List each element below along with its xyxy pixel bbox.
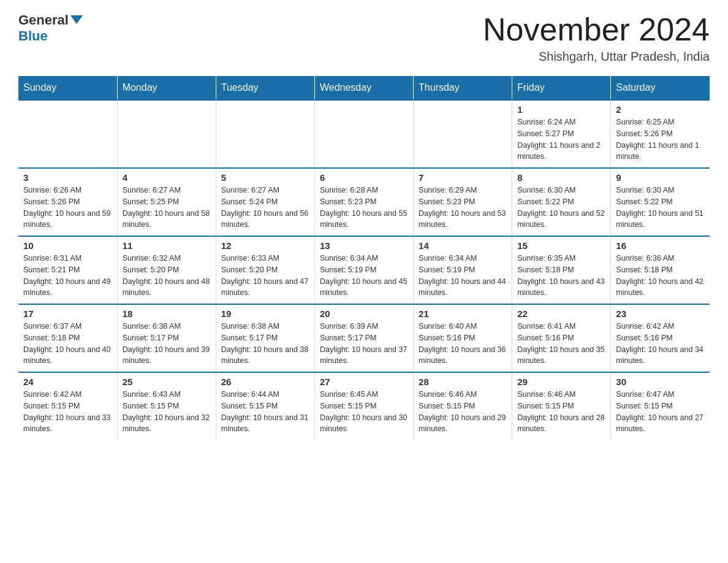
calendar-cell: 15Sunrise: 6:35 AM Sunset: 5:18 PM Dayli…	[512, 236, 611, 304]
calendar-cell: 17Sunrise: 6:37 AM Sunset: 5:18 PM Dayli…	[18, 304, 117, 372]
day-number: 21	[419, 308, 507, 319]
calendar-cell: 29Sunrise: 6:46 AM Sunset: 5:15 PM Dayli…	[512, 372, 611, 440]
calendar-cell: 2Sunrise: 6:25 AM Sunset: 5:26 PM Daylig…	[611, 100, 710, 168]
day-number: 17	[23, 308, 112, 319]
day-info: Sunrise: 6:32 AM Sunset: 5:20 PM Dayligh…	[123, 253, 211, 299]
day-number: 25	[123, 377, 211, 387]
day-number: 28	[419, 377, 507, 387]
day-number: 11	[123, 240, 211, 251]
day-info: Sunrise: 6:34 AM Sunset: 5:19 PM Dayligh…	[419, 253, 507, 299]
day-number: 10	[23, 240, 112, 251]
calendar-cell: 4Sunrise: 6:27 AM Sunset: 5:25 PM Daylig…	[117, 168, 216, 236]
calendar-cell	[117, 100, 216, 168]
day-number: 30	[616, 377, 705, 387]
day-number: 18	[123, 308, 211, 319]
calendar-cell: 10Sunrise: 6:31 AM Sunset: 5:21 PM Dayli…	[18, 236, 117, 304]
calendar-cell: 19Sunrise: 6:38 AM Sunset: 5:17 PM Dayli…	[216, 304, 314, 372]
day-number: 26	[221, 377, 309, 387]
day-header-monday: Monday	[117, 76, 216, 100]
day-info: Sunrise: 6:40 AM Sunset: 5:16 PM Dayligh…	[419, 321, 507, 367]
day-number: 8	[517, 172, 605, 183]
calendar-cell: 16Sunrise: 6:36 AM Sunset: 5:18 PM Dayli…	[611, 236, 710, 304]
day-info: Sunrise: 6:38 AM Sunset: 5:17 PM Dayligh…	[123, 321, 211, 367]
day-number: 24	[23, 377, 112, 387]
logo: General Blue	[18, 12, 83, 44]
day-number: 27	[320, 377, 408, 387]
calendar-cell: 24Sunrise: 6:42 AM Sunset: 5:15 PM Dayli…	[18, 372, 117, 440]
day-number: 29	[517, 377, 605, 387]
day-number: 9	[616, 172, 705, 183]
calendar-cell: 1Sunrise: 6:24 AM Sunset: 5:27 PM Daylig…	[512, 100, 611, 168]
day-info: Sunrise: 6:42 AM Sunset: 5:15 PM Dayligh…	[23, 389, 112, 435]
calendar-table: SundayMondayTuesdayWednesdayThursdayFrid…	[18, 76, 710, 440]
calendar-week-row: 24Sunrise: 6:42 AM Sunset: 5:15 PM Dayli…	[18, 372, 710, 440]
day-info: Sunrise: 6:30 AM Sunset: 5:22 PM Dayligh…	[517, 185, 605, 231]
month-title: November 2024	[483, 12, 710, 47]
day-number: 6	[320, 172, 408, 183]
day-info: Sunrise: 6:47 AM Sunset: 5:15 PM Dayligh…	[616, 389, 705, 435]
day-info: Sunrise: 6:34 AM Sunset: 5:19 PM Dayligh…	[320, 253, 408, 299]
day-info: Sunrise: 6:29 AM Sunset: 5:23 PM Dayligh…	[419, 185, 507, 231]
day-number: 12	[221, 240, 309, 251]
day-header-sunday: Sunday	[18, 76, 117, 100]
day-info: Sunrise: 6:46 AM Sunset: 5:15 PM Dayligh…	[419, 389, 507, 435]
day-info: Sunrise: 6:30 AM Sunset: 5:22 PM Dayligh…	[616, 185, 705, 231]
day-info: Sunrise: 6:43 AM Sunset: 5:15 PM Dayligh…	[123, 389, 211, 435]
calendar-cell: 22Sunrise: 6:41 AM Sunset: 5:16 PM Dayli…	[512, 304, 611, 372]
calendar-cell	[414, 100, 512, 168]
day-info: Sunrise: 6:35 AM Sunset: 5:18 PM Dayligh…	[517, 253, 605, 299]
calendar-cell: 26Sunrise: 6:44 AM Sunset: 5:15 PM Dayli…	[216, 372, 314, 440]
day-info: Sunrise: 6:26 AM Sunset: 5:26 PM Dayligh…	[23, 185, 112, 231]
title-section: November 2024 Shishgarh, Uttar Pradesh, …	[483, 12, 710, 64]
day-number: 22	[517, 308, 605, 319]
calendar-cell: 14Sunrise: 6:34 AM Sunset: 5:19 PM Dayli…	[414, 236, 512, 304]
page-header: General Blue November 2024 Shishgarh, Ut…	[18, 12, 710, 64]
calendar-cell: 28Sunrise: 6:46 AM Sunset: 5:15 PM Dayli…	[414, 372, 512, 440]
calendar-cell: 6Sunrise: 6:28 AM Sunset: 5:23 PM Daylig…	[314, 168, 413, 236]
calendar-cell: 13Sunrise: 6:34 AM Sunset: 5:19 PM Dayli…	[314, 236, 413, 304]
calendar-header-row: SundayMondayTuesdayWednesdayThursdayFrid…	[18, 76, 710, 100]
calendar-cell: 5Sunrise: 6:27 AM Sunset: 5:24 PM Daylig…	[216, 168, 314, 236]
day-info: Sunrise: 6:24 AM Sunset: 5:27 PM Dayligh…	[517, 117, 605, 163]
calendar-cell: 11Sunrise: 6:32 AM Sunset: 5:20 PM Dayli…	[117, 236, 216, 304]
day-info: Sunrise: 6:39 AM Sunset: 5:17 PM Dayligh…	[320, 321, 408, 367]
calendar-cell: 7Sunrise: 6:29 AM Sunset: 5:23 PM Daylig…	[414, 168, 512, 236]
day-info: Sunrise: 6:38 AM Sunset: 5:17 PM Dayligh…	[221, 321, 309, 367]
day-number: 16	[616, 240, 705, 251]
day-info: Sunrise: 6:37 AM Sunset: 5:18 PM Dayligh…	[23, 321, 112, 367]
day-number: 7	[419, 172, 507, 183]
calendar-week-row: 10Sunrise: 6:31 AM Sunset: 5:21 PM Dayli…	[18, 236, 710, 304]
calendar-cell: 9Sunrise: 6:30 AM Sunset: 5:22 PM Daylig…	[611, 168, 710, 236]
day-info: Sunrise: 6:28 AM Sunset: 5:23 PM Dayligh…	[320, 185, 408, 231]
day-number: 13	[320, 240, 408, 251]
day-header-wednesday: Wednesday	[314, 76, 413, 100]
calendar-cell	[18, 100, 117, 168]
calendar-cell: 3Sunrise: 6:26 AM Sunset: 5:26 PM Daylig…	[18, 168, 117, 236]
day-info: Sunrise: 6:46 AM Sunset: 5:15 PM Dayligh…	[517, 389, 605, 435]
calendar-cell: 21Sunrise: 6:40 AM Sunset: 5:16 PM Dayli…	[414, 304, 512, 372]
day-number: 15	[517, 240, 605, 251]
day-header-thursday: Thursday	[414, 76, 512, 100]
logo-arrow-icon	[70, 15, 83, 24]
day-number: 23	[616, 308, 705, 319]
calendar-cell: 30Sunrise: 6:47 AM Sunset: 5:15 PM Dayli…	[611, 372, 710, 440]
logo-blue-text: Blue	[18, 28, 48, 44]
day-header-saturday: Saturday	[611, 76, 710, 100]
day-number: 19	[221, 308, 309, 319]
calendar-cell: 18Sunrise: 6:38 AM Sunset: 5:17 PM Dayli…	[117, 304, 216, 372]
calendar-cell	[216, 100, 314, 168]
calendar-week-row: 3Sunrise: 6:26 AM Sunset: 5:26 PM Daylig…	[18, 168, 710, 236]
day-info: Sunrise: 6:45 AM Sunset: 5:15 PM Dayligh…	[320, 389, 408, 435]
day-header-tuesday: Tuesday	[216, 76, 314, 100]
day-number: 1	[517, 104, 605, 115]
day-number: 2	[616, 104, 705, 115]
day-header-friday: Friday	[512, 76, 611, 100]
calendar-cell: 12Sunrise: 6:33 AM Sunset: 5:20 PM Dayli…	[216, 236, 314, 304]
day-info: Sunrise: 6:27 AM Sunset: 5:24 PM Dayligh…	[221, 185, 309, 231]
day-info: Sunrise: 6:33 AM Sunset: 5:20 PM Dayligh…	[221, 253, 309, 299]
calendar-cell: 25Sunrise: 6:43 AM Sunset: 5:15 PM Dayli…	[117, 372, 216, 440]
day-number: 5	[221, 172, 309, 183]
location-text: Shishgarh, Uttar Pradesh, India	[483, 50, 710, 64]
calendar-cell: 20Sunrise: 6:39 AM Sunset: 5:17 PM Dayli…	[314, 304, 413, 372]
calendar-week-row: 1Sunrise: 6:24 AM Sunset: 5:27 PM Daylig…	[18, 100, 710, 168]
